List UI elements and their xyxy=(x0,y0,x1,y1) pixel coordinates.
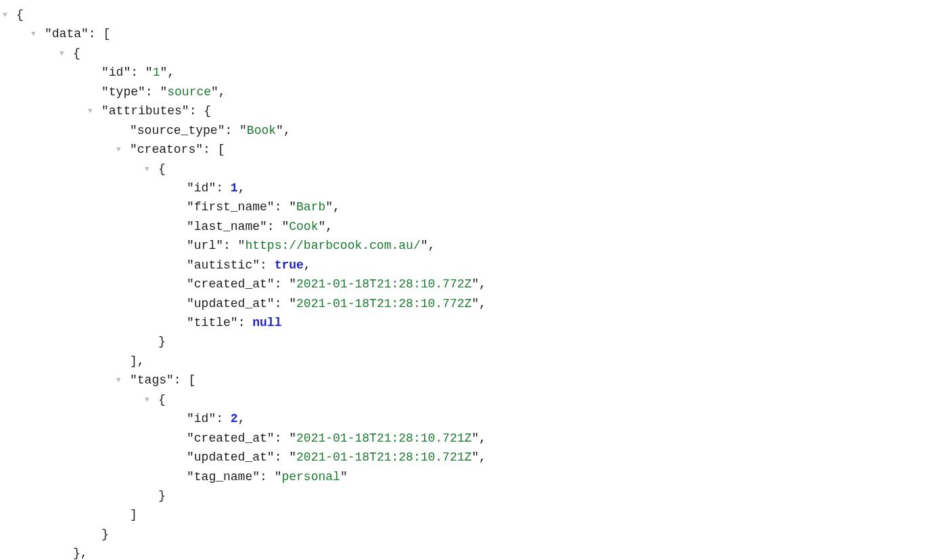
json-string: Cook xyxy=(289,220,318,233)
json-punct: ": " xyxy=(260,220,289,233)
json-punct: " xyxy=(187,316,194,329)
json-punct: } xyxy=(158,489,166,503)
collapse-caret-icon[interactable]: ▼ xyxy=(88,106,101,117)
collapse-caret-icon[interactable]: ▼ xyxy=(31,28,45,40)
json-punct: " xyxy=(101,85,109,99)
json-string: Book xyxy=(247,124,276,137)
json-punct: ": " xyxy=(218,124,247,137)
json-key: data xyxy=(52,27,81,41)
json-punct: ": [ xyxy=(166,373,195,387)
json-tree-viewer: ▼{▼"data": [▼{▼"id": "1",▼"type": "sourc… xyxy=(3,5,944,560)
json-punct: " xyxy=(187,200,194,214)
json-line: "tag_name": "personal" xyxy=(187,467,348,486)
json-row: ▼"data": [ xyxy=(3,24,944,43)
json-punct: , xyxy=(304,258,311,272)
json-line: "updated_at": "2021-01-18T21:28:10.721Z"… xyxy=(187,448,486,467)
json-key: created_at xyxy=(194,431,267,445)
json-row: ▼"updated_at": "2021-01-18T21:28:10.772Z… xyxy=(3,294,944,313)
json-punct: ": " xyxy=(216,239,245,252)
json-line: "id": "1", xyxy=(101,63,175,82)
json-punct: ": " xyxy=(267,450,296,464)
json-row: ▼"title": null xyxy=(3,313,944,332)
json-line: "id": 2, xyxy=(187,409,245,428)
json-row: ▼{ xyxy=(3,5,944,24)
json-punct: " xyxy=(187,181,194,195)
json-punct: ": [ xyxy=(81,27,110,41)
json-line: }, xyxy=(73,544,88,560)
json-punct: ] xyxy=(130,508,137,521)
collapse-caret-icon[interactable]: ▼ xyxy=(116,144,130,156)
json-key: autistic xyxy=(194,258,252,272)
json-punct: ": " xyxy=(267,297,296,310)
json-punct: ": " xyxy=(252,470,281,484)
json-string: 2021-01-18T21:28:10.721Z xyxy=(296,431,471,445)
json-punct: " xyxy=(340,470,348,484)
json-row: ▼"created_at": "2021-01-18T21:28:10.772Z… xyxy=(3,275,944,294)
json-line: "creators": [ xyxy=(130,140,225,159)
json-row: ▼"url": "https://barbcook.com.au/", xyxy=(3,236,944,255)
json-line: } xyxy=(158,332,166,351)
json-line: "attributes": { xyxy=(101,101,211,120)
json-line: { xyxy=(158,160,166,179)
json-row: ▼"id": 2, xyxy=(3,409,944,428)
collapse-caret-icon[interactable]: ▼ xyxy=(3,9,16,21)
json-string: 2021-01-18T21:28:10.721Z xyxy=(296,450,471,464)
json-row: ▼"autistic": true, xyxy=(3,256,944,275)
json-punct: " xyxy=(101,104,109,118)
json-row: ▼"type": "source", xyxy=(3,83,944,101)
json-line: "last_name": "Cook", xyxy=(187,217,333,236)
json-punct: " xyxy=(130,124,137,137)
json-line: "id": 1, xyxy=(187,179,245,197)
json-key: first_name xyxy=(194,200,267,214)
json-row: ▼"id": "1", xyxy=(3,63,944,82)
json-row: ▼}, xyxy=(3,544,944,560)
json-punct: ", xyxy=(325,200,340,214)
collapse-caret-icon[interactable]: ▼ xyxy=(145,164,158,175)
json-line: "created_at": "2021-01-18T21:28:10.721Z"… xyxy=(187,429,486,448)
json-key: last_name xyxy=(194,220,260,233)
json-punct: ", xyxy=(160,66,175,79)
json-row: ▼"updated_at": "2021-01-18T21:28:10.721Z… xyxy=(3,448,944,467)
json-string: 2021-01-18T21:28:10.772Z xyxy=(296,297,471,310)
json-punct: " xyxy=(45,27,52,41)
json-punct: ": " xyxy=(267,200,296,214)
json-key: url xyxy=(194,239,216,252)
json-punct: ": xyxy=(231,316,252,329)
json-punct: ": [ xyxy=(195,143,225,156)
json-row: ▼"source_type": "Book", xyxy=(3,121,944,140)
json-key: updated_at xyxy=(194,297,267,310)
json-row: ▼"first_name": "Barb", xyxy=(3,197,944,216)
json-punct: ], xyxy=(130,354,145,368)
json-row: ▼], xyxy=(3,352,944,371)
json-keyword: null xyxy=(252,316,281,329)
json-punct: { xyxy=(158,393,166,406)
json-punct: " xyxy=(130,373,137,387)
json-punct: }, xyxy=(73,546,88,560)
json-line: "updated_at": "2021-01-18T21:28:10.772Z"… xyxy=(187,294,486,313)
json-string: 2021-01-18T21:28:10.772Z xyxy=(296,277,471,291)
json-key: type xyxy=(109,85,138,99)
json-row: ▼"id": 1, xyxy=(3,179,944,197)
json-punct: " xyxy=(187,239,194,252)
collapse-caret-icon[interactable]: ▼ xyxy=(116,375,130,386)
json-row: ▼] xyxy=(3,505,944,524)
json-line: ] xyxy=(130,505,137,524)
json-punct: " xyxy=(187,258,194,272)
json-punct: " xyxy=(130,143,137,156)
json-punct: { xyxy=(16,8,24,22)
json-keyword: true xyxy=(275,258,304,272)
json-punct: } xyxy=(158,335,166,348)
json-punct: ": " xyxy=(267,277,296,291)
json-key: id xyxy=(109,66,124,79)
json-row: ▼"tags": [ xyxy=(3,371,944,390)
json-punct: ": { xyxy=(182,104,211,118)
json-line: "created_at": "2021-01-18T21:28:10.772Z"… xyxy=(187,275,486,294)
collapse-caret-icon[interactable]: ▼ xyxy=(60,48,73,60)
json-line: "source_type": "Book", xyxy=(130,121,291,140)
collapse-caret-icon[interactable]: ▼ xyxy=(145,394,158,406)
json-punct: " xyxy=(187,470,194,484)
json-punct: " xyxy=(187,450,194,464)
json-key: id xyxy=(194,412,209,425)
json-punct: ", xyxy=(471,297,486,310)
json-punct: { xyxy=(73,47,80,60)
